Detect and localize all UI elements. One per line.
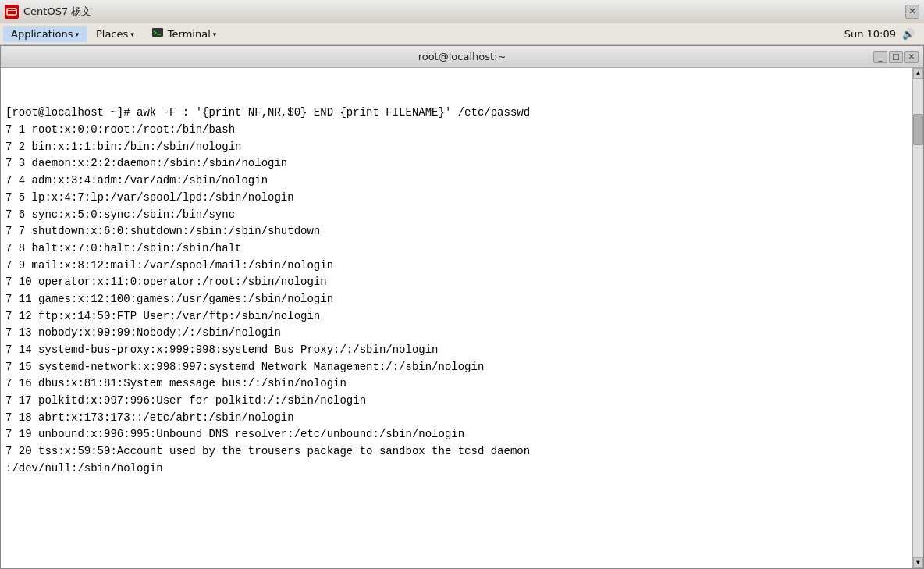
terminal-line: 7 2 bin:x:1:1:bin:/bin:/sbin/nologin [5, 139, 919, 156]
terminal-menu-icon [151, 27, 164, 41]
svg-rect-2 [152, 28, 163, 37]
window-close-button[interactable]: ✕ [905, 5, 919, 19]
terminal-line: 7 7 shutdown:x:6:0:shutdown:/sbin:/sbin/… [5, 223, 919, 240]
terminal-line: 7 11 games:x:12:100:games:/usr/games:/sb… [5, 291, 919, 308]
terminal-line: 7 12 ftp:x:14:50:FTP User:/var/ftp:/sbin… [5, 308, 919, 325]
terminal-line: [root@localhost ~]# awk -F : '{print NF,… [5, 105, 919, 122]
terminal-controls: _ □ ✕ [873, 51, 919, 63]
scrollbar[interactable]: ▲ ▼ [912, 68, 923, 568]
terminal-line: 7 9 mail:x:8:12:mail:/var/spool/mail:/sb… [5, 258, 919, 275]
terminal-close-button[interactable]: ✕ [904, 51, 919, 63]
terminal-menu[interactable]: Terminal ▾ [144, 24, 224, 44]
clock: Sun 10:09 [844, 28, 896, 40]
scroll-track[interactable] [913, 79, 923, 557]
terminal-title-bar: root@localhost:~ _ □ ✕ [1, 46, 923, 68]
terminal-content[interactable]: [root@localhost ~]# awk -F : '{print NF,… [1, 68, 923, 568]
places-label: Places [96, 28, 128, 40]
scroll-up-button[interactable]: ▲ [913, 68, 923, 79]
terminal-line: 7 3 daemon:x:2:2:daemon:/sbin:/sbin/nolo… [5, 155, 919, 172]
terminal-line: 7 17 polkitd:x:997:996:User for polkitd:… [5, 393, 919, 410]
terminal-line: 7 15 systemd-network:x:998:997:systemd N… [5, 359, 919, 376]
places-arrow: ▾ [130, 30, 134, 38]
terminal-line: 7 18 abrt:x:173:173::/etc/abrt:/sbin/nol… [5, 410, 919, 427]
scroll-thumb[interactable] [913, 114, 923, 145]
menu-bar-right: Sun 10:09 🔊 [844, 28, 921, 40]
terminal-output: [root@localhost ~]# awk -F : '{print NF,… [5, 105, 919, 477]
terminal-line: 7 5 lp:x:4:7:lp:/var/spool/lpd:/sbin/nol… [5, 190, 919, 207]
terminal-line: 7 6 sync:x:5:0:sync:/sbin:/bin/sync [5, 207, 919, 224]
terminal-minimize-button[interactable]: _ [873, 51, 887, 63]
terminal-line: 7 4 adm:x:3:4:adm:/var/adm:/sbin/nologin [5, 172, 919, 190]
terminal-line: 7 13 nobody:x:99:99:Nobody:/:/sbin/nolog… [5, 325, 919, 342]
terminal-line: 7 16 dbus:x:81:81:System message bus:/:/… [5, 375, 919, 393]
svg-rect-0 [7, 9, 16, 15]
app-icon [5, 5, 19, 19]
window-title: CentOS7 杨文 [23, 5, 901, 19]
terminal-line: 7 1 root:x:0:0:root:/root:/bin/bash [5, 122, 919, 139]
applications-label: Applications [11, 28, 73, 40]
applications-menu[interactable]: Applications ▾ [3, 26, 87, 42]
terminal-line: 7 10 operator:x:11:0:operator:/root:/sbi… [5, 274, 919, 291]
terminal-maximize-button[interactable]: □ [889, 51, 903, 63]
terminal-title: root@localhost:~ [418, 51, 506, 62]
scroll-down-button[interactable]: ▼ [913, 557, 923, 568]
terminal-line: 7 14 systemd-bus-proxy:x:999:998:systemd… [5, 342, 919, 359]
places-menu[interactable]: Places ▾ [88, 26, 142, 42]
menu-bar: Applications ▾ Places ▾ Terminal ▾ Sun 1… [0, 23, 924, 45]
terminal-arrow: ▾ [213, 30, 217, 38]
terminal-line: 7 8 halt:x:7:0:halt:/sbin:/sbin/halt [5, 240, 919, 258]
terminal-line: 7 19 unbound:x:996:995:Unbound DNS resol… [5, 426, 919, 443]
sound-icon[interactable]: 🔊 [902, 28, 915, 40]
terminal-window: root@localhost:~ _ □ ✕ [root@localhost ~… [0, 45, 924, 569]
title-bar: CentOS7 杨文 ✕ [0, 0, 924, 23]
terminal-line: :/dev/null:/sbin/nologin [5, 461, 919, 478]
applications-arrow: ▾ [75, 30, 79, 38]
terminal-line: 7 20 tss:x:59:59:Account used by the tro… [5, 443, 919, 461]
terminal-label: Terminal [168, 28, 211, 40]
